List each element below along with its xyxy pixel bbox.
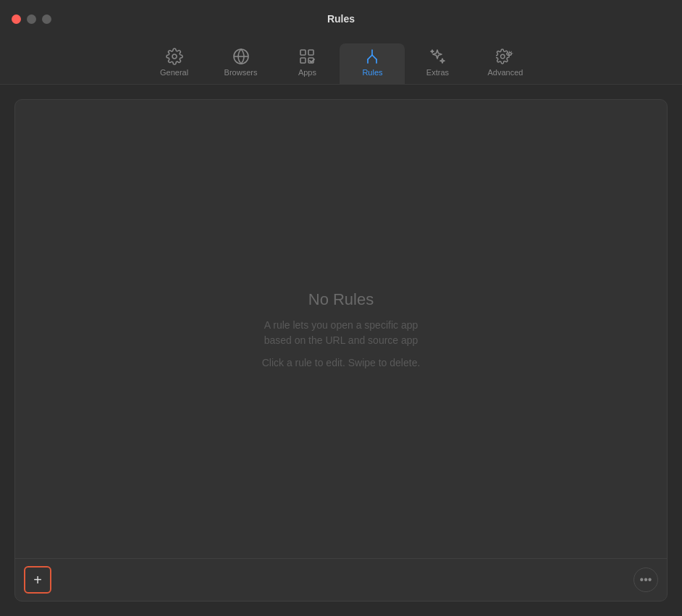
tab-extras[interactable]: Extras [405, 43, 470, 84]
tab-apps[interactable]: Apps [274, 43, 340, 84]
tab-rules-label: Rules [362, 68, 382, 77]
plus-icon: + [33, 573, 42, 587]
tab-advanced-label: Advanced [487, 68, 523, 77]
globe-icon [232, 48, 250, 65]
svg-point-0 [172, 54, 177, 59]
svg-rect-4 [308, 50, 313, 55]
content-area: No Rules A rule lets you open a specific… [0, 85, 682, 616]
tab-general[interactable]: General [142, 43, 207, 84]
advanced-gear-icon [496, 48, 515, 65]
tab-general-label: General [160, 68, 188, 77]
minimize-button[interactable] [27, 14, 36, 24]
rules-empty-state: No Rules A rule lets you open a specific… [15, 100, 667, 558]
window-title: Rules [327, 13, 355, 25]
svg-rect-3 [300, 50, 306, 55]
apps-icon [298, 48, 316, 65]
empty-title: No Rules [308, 290, 374, 309]
svg-rect-5 [300, 58, 306, 63]
svg-point-8 [509, 52, 512, 55]
tab-rules[interactable]: Rules [340, 43, 405, 84]
toolbar: General Browsers Apps [0, 38, 682, 85]
tab-advanced[interactable]: Advanced [470, 43, 540, 84]
titlebar: Rules [0, 0, 682, 38]
svg-point-7 [500, 54, 505, 59]
ellipsis-icon: ••• [640, 573, 652, 586]
rules-icon [363, 48, 381, 65]
maximize-button[interactable] [42, 14, 51, 24]
close-button[interactable] [12, 14, 21, 24]
gear-icon [166, 48, 183, 65]
empty-hint: Click a rule to edit. Swipe to delete. [262, 357, 421, 368]
more-options-button[interactable]: ••• [633, 568, 658, 592]
sparkles-icon [429, 48, 446, 65]
tab-apps-label: Apps [298, 68, 316, 77]
window-controls [12, 14, 51, 24]
tab-browsers[interactable]: Browsers [207, 43, 275, 84]
rules-panel: No Rules A rule lets you open a specific… [14, 99, 668, 602]
tab-extras-label: Extras [426, 68, 449, 77]
add-rule-button[interactable]: + [24, 566, 51, 594]
rules-footer: + ••• [15, 558, 667, 601]
tab-browsers-label: Browsers [224, 68, 258, 77]
empty-description: A rule lets you open a specific appbased… [264, 318, 418, 348]
